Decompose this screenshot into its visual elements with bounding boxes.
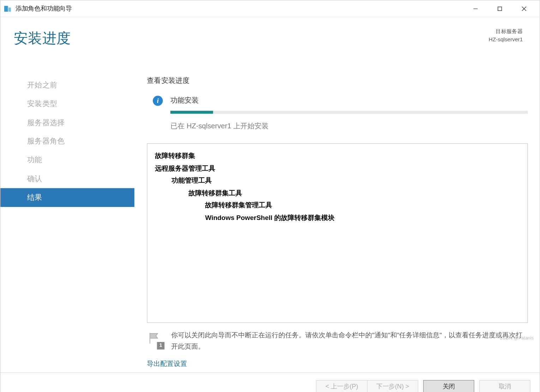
close-button[interactable] — [512, 2, 536, 15]
body: 开始之前 安装类型 服务器选择 服务器角色 功能 确认 结果 查看安装进度 i … — [0, 71, 540, 372]
detail-line: 远程服务器管理工具 — [155, 162, 520, 174]
sidebar-item-results: 结果 — [0, 188, 134, 207]
note-text: 你可以关闭此向导而不中断正在运行的任务。请依次单击命令栏中的"通知"和"任务详细… — [171, 329, 528, 352]
svg-rect-0 — [4, 6, 8, 12]
detail-line: Windows PowerShell 的故障转移群集模块 — [155, 212, 520, 224]
section-heading: 查看安装进度 — [147, 76, 528, 85]
info-icon: i — [153, 96, 163, 106]
sidebar-item-before-begin: 开始之前 — [0, 76, 134, 94]
flag-badge: 1 — [157, 342, 164, 349]
status-row: i 功能安装 已在 HZ-sqlserver1 上开始安装 — [153, 95, 528, 140]
svg-rect-1 — [8, 7, 11, 12]
titlebar: 添加角色和功能向导 — [0, 0, 540, 17]
detail-line: 故障转移群集管理工具 — [155, 199, 520, 212]
minimize-button[interactable] — [463, 2, 488, 15]
sidebar-item-confirm: 确认 — [0, 169, 134, 188]
detail-line: 故障转移群集 — [155, 150, 520, 162]
sidebar: 开始之前 安装类型 服务器选择 服务器角色 功能 确认 结果 — [0, 71, 134, 372]
note-row: 1 你可以关闭此向导而不中断正在运行的任务。请依次单击命令栏中的"通知"和"任务… — [147, 329, 528, 352]
status-title: 功能安装 — [170, 95, 528, 105]
previous-button: < 上一步(P) — [316, 380, 367, 392]
target-server-label: 目标服务器 — [489, 27, 523, 35]
detail-line: 故障转移群集工具 — [155, 187, 520, 199]
sidebar-item-server-selection: 服务器选择 — [0, 113, 134, 132]
window-controls — [463, 2, 536, 15]
prev-next-group: < 上一步(P) 下一步(N) > — [316, 380, 418, 392]
target-server-name: HZ-sqlserver1 — [489, 35, 523, 43]
footer: < 上一步(P) 下一步(N) > 关闭 取消 — [0, 373, 540, 392]
main-panel: 查看安装进度 i 功能安装 已在 HZ-sqlserver1 上开始安装 故障转… — [134, 71, 540, 372]
progress-bar — [170, 111, 528, 114]
maximize-button[interactable] — [488, 2, 512, 15]
credit-text: CSDN @Patanis — [499, 335, 534, 341]
close-wizard-button[interactable]: 关闭 — [423, 380, 474, 392]
install-details-box: 故障转移群集 远程服务器管理工具 功能管理工具 故障转移群集工具 故障转移群集管… — [147, 143, 528, 323]
status-block: 功能安装 已在 HZ-sqlserver1 上开始安装 — [170, 95, 528, 140]
progress-fill — [170, 111, 214, 114]
next-button: 下一步(N) > — [367, 380, 418, 392]
wizard-window: 添加角色和功能向导 安装进度 目标服务器 HZ-sqlserver1 开始之前 … — [0, 0, 540, 392]
sidebar-item-server-roles: 服务器角色 — [0, 132, 134, 151]
status-text: 已在 HZ-sqlserver1 上开始安装 — [170, 121, 528, 131]
detail-line: 功能管理工具 — [155, 174, 520, 187]
cancel-button: 取消 — [479, 380, 530, 392]
svg-rect-3 — [498, 7, 502, 11]
sidebar-item-features: 功能 — [0, 151, 134, 169]
sidebar-item-install-type: 安装类型 — [0, 94, 134, 113]
server-manager-icon — [4, 5, 11, 12]
target-server-info: 目标服务器 HZ-sqlserver1 — [489, 27, 523, 43]
page-title: 安装进度 — [14, 29, 488, 48]
header: 安装进度 目标服务器 HZ-sqlserver1 — [0, 17, 540, 71]
export-config-link[interactable]: 导出配置设置 — [147, 360, 528, 368]
flag-icon: 1 — [147, 331, 163, 348]
window-title: 添加角色和功能向导 — [16, 5, 463, 13]
